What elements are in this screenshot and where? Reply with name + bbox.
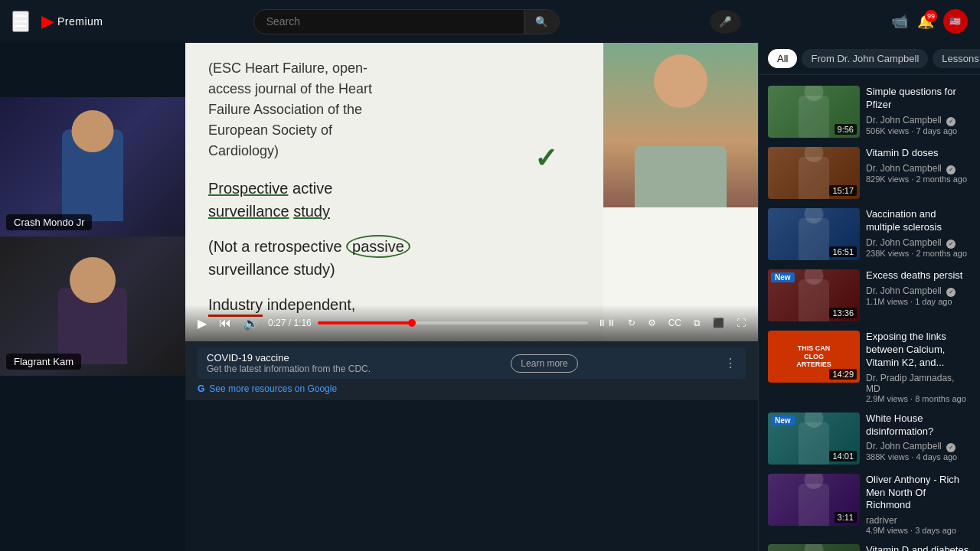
- slide-line-2: Prospective active surveillance study: [208, 177, 580, 223]
- video-info: Exposing the links between Calcium, Vita…: [866, 331, 971, 403]
- video-thumbnail: 15:17: [768, 147, 860, 199]
- video-info: Excess deaths persist Dr. John Campbell …: [866, 269, 971, 321]
- mic-button[interactable]: 🎤: [710, 10, 741, 34]
- video-player[interactable]: (ESC Heart Failure, open-access journal …: [185, 43, 758, 341]
- fullscreen-button[interactable]: ⛶: [733, 315, 749, 331]
- covid-title: COVID-19 vaccine: [207, 352, 371, 364]
- slide-study: study: [293, 203, 330, 220]
- video-section: (ESC Heart Failure, open-access journal …: [185, 43, 758, 551]
- list-item[interactable]: 3:11 Oliver Anthony - Rich Men North Of …: [759, 469, 980, 540]
- webcam-2-name: Flagrant Kam: [6, 354, 81, 370]
- learn-more-button[interactable]: Learn more: [511, 354, 577, 373]
- play-button[interactable]: ▶: [194, 313, 210, 334]
- thumb-person: [799, 218, 829, 260]
- slide-passive-circle: passive: [346, 235, 410, 258]
- google-resources-link[interactable]: G See more resources on Google: [198, 383, 746, 394]
- progress-fill: [318, 321, 413, 324]
- list-item[interactable]: 16:51 Vaccination and multiple sclerosis…: [759, 204, 980, 265]
- video-list: 9:56 Simple questions for Pfizer Dr. Joh…: [759, 75, 980, 551]
- thumb-duration: 16:51: [829, 246, 857, 257]
- verified-badge: ✓: [946, 240, 956, 249]
- progress-bar[interactable]: [318, 321, 588, 324]
- video-channel: Dr. Pradip Jamnadas, MD: [866, 373, 971, 394]
- webcam-panel-2: Flagrant Kam: [0, 236, 185, 376]
- video-meta: 1.1M views · 1 day ago: [866, 297, 971, 306]
- user-avatar[interactable]: 🇺🇸: [943, 9, 968, 34]
- covid-dismiss-button[interactable]: ⋮: [724, 356, 737, 370]
- youtube-logo: ▶ Premium: [41, 11, 103, 31]
- new-badge: New: [771, 272, 795, 282]
- verified-badge: ✓: [946, 288, 956, 297]
- list-item[interactable]: New 13:36 Excess deaths persist Dr. John…: [759, 265, 980, 326]
- thumb-duration: 14:01: [829, 451, 857, 461]
- main-content: (ESC Heart Failure, open-access journal …: [185, 43, 980, 551]
- list-item[interactable]: New 14:01 White House disinformation? Dr…: [759, 408, 980, 469]
- search-bar: 🔍: [253, 9, 560, 34]
- video-channel: Dr. John Campbell ✓: [866, 115, 971, 126]
- thumb-person: [799, 279, 829, 321]
- verified-badge: ✓: [946, 117, 956, 126]
- google-icon: G: [198, 383, 204, 394]
- tab-all[interactable]: All: [768, 49, 797, 68]
- video-info: Simple questions for Pfizer Dr. John Cam…: [866, 86, 971, 138]
- header-right-icons: 📹 🔔 99 🇺🇸: [891, 9, 968, 34]
- video-title: Oliver Anthony - Rich Men North Of Richm…: [866, 474, 971, 513]
- youtube-icon: ▶: [41, 11, 54, 31]
- video-channel: Dr. John Campbell ✓: [866, 163, 971, 174]
- upload-button[interactable]: 📹: [891, 13, 908, 30]
- settings-button[interactable]: ⚙: [645, 315, 659, 331]
- premium-label: Premium: [57, 15, 103, 28]
- notification-button[interactable]: 🔔 99: [917, 13, 934, 30]
- hamburger-menu[interactable]: ☰: [12, 11, 29, 32]
- video-title: Exposing the links between Calcium, Vita…: [866, 331, 971, 370]
- webcam-1-name: Crash Mondo Jr: [6, 214, 92, 230]
- info-bar: COVID-19 vaccine Get the latest informat…: [185, 341, 758, 400]
- thumb-person: [799, 96, 829, 138]
- tab-lessons[interactable]: Lessons: [933, 49, 980, 68]
- thumb-duration: 14:29: [829, 369, 857, 380]
- header: ☰ ▶ Premium 🔍 🎤 📹 🔔 99 🇺🇸: [0, 0, 980, 43]
- video-meta: 506K views · 7 days ago: [866, 126, 971, 135]
- skip-back-button[interactable]: ⏮: [216, 313, 234, 333]
- video-controls: ▶ ⏮ 🔊 0:27 / 1:16 ⏸⏸ ↻ ⚙ CC ⧉ ⬛ ⛶: [185, 305, 758, 341]
- list-item[interactable]: 9:56 Simple questions for Pfizer Dr. Joh…: [759, 81, 980, 142]
- presenter-head: [654, 54, 707, 108]
- tab-from-channel[interactable]: From Dr. John Campbell: [802, 49, 928, 68]
- list-item[interactable]: Vitamin D and diabetes Dr. John Campbell…: [759, 540, 980, 551]
- verified-badge: ✓: [946, 443, 956, 452]
- video-slide: (ESC Heart Failure, open-access journal …: [185, 43, 603, 341]
- search-button[interactable]: 🔍: [524, 10, 559, 34]
- list-item[interactable]: THIS CANCLOGARTERIES 14:29 Exposing the …: [759, 326, 980, 408]
- video-thumbnail: 3:11: [768, 474, 860, 526]
- video-title: Vitamin D doses: [866, 147, 971, 160]
- slide-surveillance: surveillance: [208, 203, 289, 220]
- video-thumbnail: New 14:01: [768, 412, 860, 465]
- volume-button[interactable]: 🔊: [240, 313, 262, 334]
- slide-line-3: (Not a retrospective passive surveillanc…: [208, 235, 580, 281]
- video-channel: Dr. John Campbell ✓: [866, 237, 971, 249]
- sidebar: All From Dr. John Campbell Lessons Rc › …: [758, 43, 980, 551]
- presenter-body: [635, 146, 727, 207]
- pause-parts-button[interactable]: ⏸⏸: [594, 315, 619, 331]
- covid-notice: COVID-19 vaccine Get the latest informat…: [198, 347, 746, 379]
- video-title: Excess deaths persist: [866, 269, 971, 282]
- video-info: White House disinformation? Dr. John Cam…: [866, 412, 971, 465]
- video-info: Vitamin D and diabetes Dr. John Campbell…: [866, 544, 971, 551]
- loop-button[interactable]: ↻: [625, 315, 639, 331]
- video-info: Oliver Anthony - Rich Men North Of Richm…: [866, 474, 971, 536]
- video-channel: Dr. John Campbell ✓: [866, 441, 971, 452]
- presenter-inset: [603, 43, 758, 207]
- theater-button[interactable]: ⬛: [710, 315, 727, 331]
- slide-checkmark: ✓: [534, 142, 557, 174]
- captions-button[interactable]: CC: [665, 315, 684, 331]
- presenter-background: [603, 43, 758, 207]
- list-item[interactable]: 15:17 Vitamin D doses Dr. John Campbell …: [759, 142, 980, 204]
- video-title: Vaccination and multiple sclerosis: [866, 208, 971, 234]
- notification-badge: 99: [925, 10, 937, 22]
- video-meta: 238K views · 2 months ago: [866, 249, 971, 258]
- search-input[interactable]: [254, 11, 524, 32]
- miniplayer-button[interactable]: ⧉: [691, 315, 704, 331]
- time-display: 0:27 / 1:16: [268, 318, 312, 328]
- video-meta: 4.9M views · 3 days ago: [866, 526, 971, 535]
- video-title: White House disinformation?: [866, 412, 971, 439]
